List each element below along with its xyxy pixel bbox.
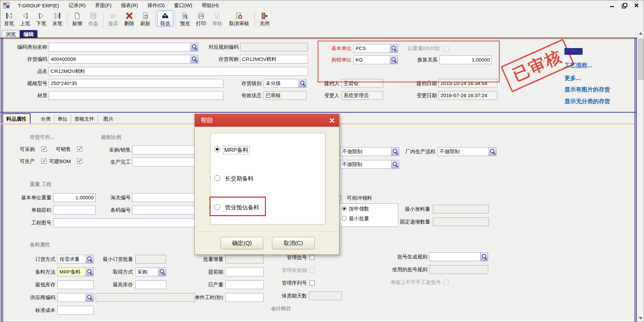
delete-button[interactable]: 删除: [121, 10, 137, 27]
scrollbar-thumb[interactable]: [638, 39, 644, 80]
close-window-icon[interactable]: [634, 3, 639, 8]
sellable-checkbox[interactable]: [77, 147, 82, 152]
inv-short-field[interactable]: CR12MOV精料: [240, 55, 308, 64]
trade-unit-field[interactable]: KG: [354, 55, 398, 64]
stock-method-field[interactable]: MRP备料: [57, 268, 94, 276]
option-forecast-radio[interactable]: [214, 204, 220, 210]
first-record-button[interactable]: 首笔: [1, 10, 17, 27]
acquire-field[interactable]: 采购: [135, 268, 166, 276]
scroll-down-icon[interactable]: [639, 317, 643, 320]
last-record-button[interactable]: 末笔: [49, 10, 65, 27]
unit-time-field[interactable]: [225, 293, 264, 302]
tab-item-attributes[interactable]: 料品属性: [2, 113, 31, 124]
menu-report[interactable]: 报表(R): [116, 1, 143, 10]
order-mode-label: 订货方式: [34, 255, 55, 264]
lookup-icon[interactable]: [86, 293, 93, 301]
menu-interface[interactable]: 界面(F): [90, 1, 116, 10]
issue-by-request-radio[interactable]: [342, 206, 347, 211]
cancel-audit-button[interactable]: 取消审核: [225, 10, 253, 27]
lookup-icon[interactable]: [390, 56, 398, 64]
link-show-with-images[interactable]: 显示有图片的存货: [564, 86, 610, 93]
menu-help[interactable]: 帮助(H): [197, 1, 224, 10]
lookup-icon[interactable]: [298, 79, 306, 87]
menu-operation[interactable]: 操作(O): [143, 1, 170, 10]
dialog-close-icon[interactable]: [328, 117, 335, 124]
manage-batch-checkbox[interactable]: [310, 255, 315, 260]
close-button[interactable]: 关闭: [257, 10, 273, 27]
menu-record[interactable]: 记录(R): [64, 1, 90, 10]
lookup-icon[interactable]: [86, 255, 93, 263]
link-bom[interactable]: BOM...: [564, 48, 583, 55]
menu-app[interactable]: T-GROUP ERP(E): [13, 1, 64, 10]
minimize-icon[interactable]: [609, 3, 615, 8]
purchase-sale-ratio-field[interactable]: [132, 146, 195, 154]
scroll-up-icon[interactable]: [639, 32, 643, 35]
customs-field[interactable]: [132, 193, 195, 202]
option-forecast-label[interactable]: 营业预估备料: [225, 204, 259, 211]
ok-button[interactable]: 确定(Q): [221, 237, 263, 249]
supplier-field[interactable]: [57, 293, 94, 302]
lookup-icon[interactable]: [489, 148, 496, 156]
issue-by-min-radio[interactable]: [342, 216, 347, 221]
conversion-field[interactable]: 1.00000: [440, 55, 492, 64]
lookup-icon[interactable]: [480, 253, 488, 261]
tab-classification[interactable]: 分类: [37, 115, 54, 123]
base-weight-field[interactable]: 1.00000: [53, 193, 96, 202]
menu-window[interactable]: 窗口(W): [170, 1, 197, 10]
limit-field-1[interactable]: 不做限制: [340, 147, 399, 156]
tab-qualification-files[interactable]: 资格文件: [71, 115, 98, 123]
prev-record-button[interactable]: 上笔: [17, 10, 33, 27]
next-record-button[interactable]: 下笔: [33, 10, 49, 27]
barcode-field[interactable]: [132, 206, 195, 214]
cancel-button[interactable]: 取消(C): [272, 237, 315, 249]
link-process-flow[interactable]: 工艺流程...: [564, 62, 592, 69]
lookup-icon[interactable]: [190, 43, 198, 51]
batch-rule-field[interactable]: [429, 252, 488, 261]
refresh-button[interactable]: 刷新: [137, 10, 153, 27]
option-mrp-radio[interactable]: [214, 146, 220, 152]
lookup-icon[interactable]: [158, 268, 166, 276]
code-category-field[interactable]: [49, 43, 198, 51]
box-volume-field[interactable]: [53, 206, 96, 214]
link-show-unclassified[interactable]: 显示无分类的存货: [564, 97, 610, 105]
daily-output-field[interactable]: [225, 280, 264, 289]
max-stock-field[interactable]: [135, 280, 166, 289]
tab-browse[interactable]: 浏览: [2, 30, 20, 38]
std-cost-field[interactable]: [57, 306, 94, 315]
option-mrp-label[interactable]: MRP备料: [223, 146, 250, 154]
name-field[interactable]: CR12MOV精料: [49, 67, 308, 76]
lead-time-field[interactable]: [225, 268, 264, 276]
preview-button[interactable]: 预览: [177, 10, 193, 27]
restore-icon[interactable]: [622, 3, 627, 8]
inv-level-field[interactable]: 未分级: [264, 79, 307, 88]
base-unit-field[interactable]: PCS: [354, 44, 398, 53]
lookup-icon[interactable]: [391, 160, 399, 168]
producible-checkbox[interactable]: [41, 159, 46, 164]
tab-image[interactable]: 图片: [100, 115, 117, 123]
new-button[interactable]: 新增: [69, 10, 85, 27]
option-long-lead-label[interactable]: 长交期备料: [225, 175, 254, 183]
purchasable-checkbox[interactable]: [41, 147, 46, 152]
vertical-scrollbar[interactable]: [637, 30, 644, 322]
filter-button[interactable]: 筛选: [157, 10, 173, 27]
factory-flow-field[interactable]: 不做限制: [438, 147, 497, 156]
lookup-icon[interactable]: [390, 44, 398, 52]
production-ratio-field[interactable]: [132, 158, 195, 166]
drawing-field[interactable]: [53, 218, 195, 227]
lookup-icon[interactable]: [86, 268, 93, 276]
tab-edit[interactable]: 编辑: [19, 30, 38, 38]
limit-field-2[interactable]: 不做限制: [340, 160, 399, 169]
tab-unit[interactable]: 单位: [54, 115, 71, 123]
lookup-icon[interactable]: [190, 55, 198, 63]
can-bom-checkbox[interactable]: [77, 159, 82, 164]
material-field[interactable]: [49, 91, 223, 100]
min-stock-field[interactable]: [57, 280, 94, 289]
print-button[interactable]: 打印: [193, 10, 209, 27]
inv-code-field[interactable]: 400400008: [49, 55, 198, 64]
spec-field[interactable]: 250*240*35: [49, 79, 223, 88]
manage-serial-checkbox[interactable]: [310, 280, 315, 285]
lookup-icon[interactable]: [391, 148, 399, 156]
order-mode-field[interactable]: 按需求量: [57, 255, 94, 264]
option-long-lead-radio[interactable]: [214, 175, 220, 181]
link-more[interactable]: 更多...: [564, 74, 581, 82]
